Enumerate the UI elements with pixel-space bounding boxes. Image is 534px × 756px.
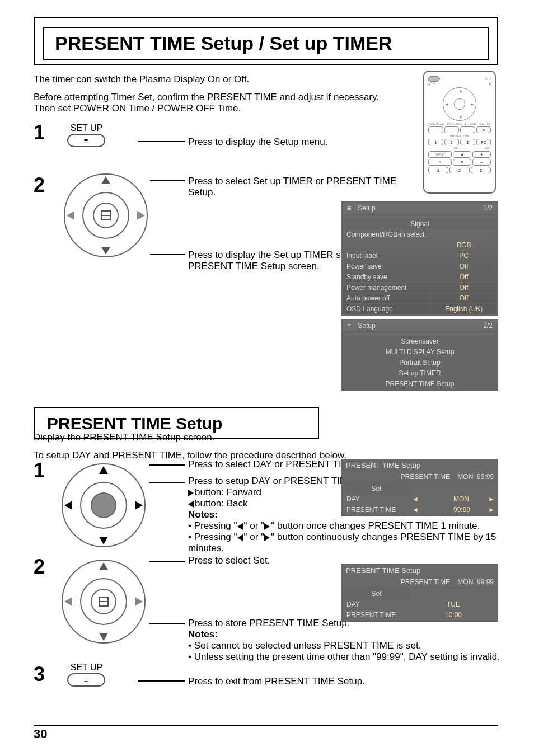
off-label: OFF bbox=[485, 77, 491, 81]
nav-pad-center-icon bbox=[91, 589, 116, 614]
remote-input3: 3 bbox=[460, 139, 475, 145]
remote-setup-btn: ≡ bbox=[476, 126, 491, 133]
remote-num3: 3 bbox=[471, 167, 491, 173]
osd-row: Signal bbox=[343, 219, 497, 229]
osd-row: Power save bbox=[343, 261, 431, 272]
osd-page: 2/2 bbox=[483, 322, 493, 330]
intro-2: Before attempting Timer Set, confirm the… bbox=[34, 92, 425, 114]
pts-osd-2: PRESENT TIME Setup PRESENT TIME MON 99:9… bbox=[341, 564, 498, 622]
page-title-box: PRESENT TIME Setup / Set up TIMER bbox=[43, 27, 489, 60]
osd-val: Off bbox=[431, 283, 497, 293]
page-number: 30 bbox=[34, 727, 47, 741]
pts-row-value: TUE bbox=[410, 599, 497, 610]
page-title: PRESENT TIME Setup / Set up TIMER bbox=[55, 32, 477, 54]
on-button: ON bbox=[428, 76, 440, 82]
remote-dpad: ▲ ▼ ◄ ► bbox=[443, 87, 476, 121]
remote-input1: 1 bbox=[428, 139, 443, 145]
osd-val: Off bbox=[431, 261, 497, 272]
pts-row-value: 10:00 bbox=[410, 610, 497, 621]
osd-title: Setup bbox=[358, 204, 375, 212]
right-triangle-icon bbox=[188, 490, 194, 496]
sub-step-2-number: 2 bbox=[34, 555, 59, 579]
left-triangle-icon bbox=[188, 501, 194, 508]
setup-button-icon: ≡ bbox=[67, 673, 105, 687]
footer-rule bbox=[34, 725, 498, 726]
step-1-number: 1 bbox=[34, 121, 59, 144]
osd-row: Standby save bbox=[343, 272, 431, 283]
sub2-n2: • Unless setting the present time other … bbox=[188, 651, 502, 663]
remote-pc: PC bbox=[476, 139, 491, 145]
osd-val: PC bbox=[431, 251, 497, 261]
pos-size-label: POS./SIZE bbox=[428, 122, 444, 125]
remote-illustration: ONOFF NR ▲ ▼ ◄ ► POS./SIZEPICTURESOUNDSE… bbox=[423, 71, 496, 194]
remote-dpad-center bbox=[454, 98, 465, 110]
remote-vol-dn: − bbox=[472, 159, 491, 166]
osd-row: Screensaver bbox=[343, 336, 497, 347]
setup-button-label: SET UP bbox=[67, 663, 105, 673]
remote-num2: 2 bbox=[449, 167, 470, 173]
picture-label: PICTURE bbox=[447, 122, 461, 125]
nav-pad-solid bbox=[62, 463, 146, 547]
osd-row: Auto power off bbox=[343, 293, 431, 304]
remote-pic-btn bbox=[444, 126, 460, 133]
osd-val: Off bbox=[431, 272, 497, 283]
nav-pad-2 bbox=[62, 560, 146, 644]
pts-row-label: PRESENT TIME bbox=[343, 505, 410, 515]
nav-pad bbox=[64, 173, 148, 257]
intro-1: The timer can switch the Plasma Display … bbox=[34, 74, 425, 85]
remote-s-btn: S bbox=[428, 159, 452, 166]
pts-row-label: DAY bbox=[343, 494, 410, 505]
vol-label: VOL bbox=[485, 147, 491, 150]
step-2-text-1: Press to select Set up TIMER or PRESENT … bbox=[188, 176, 423, 198]
pts-title: PRESENT TIME Setup bbox=[343, 565, 497, 577]
sub-intro-1: Display the PRESENT TIME Setup screen. bbox=[34, 432, 425, 443]
notes-heading: Notes: bbox=[188, 509, 218, 520]
osd-page: 1/2 bbox=[483, 204, 493, 212]
remote-ch-up: ∧ bbox=[453, 151, 471, 158]
pts-title: PRESENT TIME Setup bbox=[343, 460, 497, 472]
nav-pad-center bbox=[91, 492, 116, 518]
pts-set-label: Set bbox=[343, 589, 410, 599]
osd-row: Input label bbox=[343, 251, 431, 261]
n-label: N bbox=[428, 83, 430, 86]
osd-row: MULTI DISPLAY Setup bbox=[343, 347, 497, 358]
osd-row: PRESENT TIME Setup bbox=[343, 379, 497, 389]
sub1-n2: • Pressing "" or "" button continuously … bbox=[188, 532, 502, 554]
pts-row-value: ◄MON► bbox=[410, 494, 497, 505]
osd-row: Portrait Setup bbox=[343, 358, 497, 368]
osd-val: Off bbox=[431, 293, 497, 304]
sub-step-1-number: 1 bbox=[34, 459, 59, 482]
osd-val: English (UK) bbox=[431, 304, 497, 314]
pts-row-label: PRESENT TIME bbox=[343, 610, 410, 621]
setup-button-label: SET UP bbox=[67, 123, 105, 133]
remote-num1: 1 bbox=[428, 167, 448, 173]
osd-row: Component/RGB-in select bbox=[343, 229, 497, 240]
sound-label: SOUND bbox=[465, 122, 477, 125]
input-group-label: INPUT bbox=[455, 134, 465, 138]
pts-row-value: ◄99:99► bbox=[410, 505, 497, 515]
remote-vol-up: + bbox=[472, 151, 491, 158]
sub-step-3-number: 3 bbox=[34, 663, 59, 686]
step-1-text: Press to display the Setup menu. bbox=[188, 137, 412, 148]
osd-setup-2: ≡ Setup2/2 Screensaver MULTI DISPLAY Set… bbox=[341, 319, 498, 391]
sub2-n1: • Set cannot be selected unless PRESENT … bbox=[188, 640, 502, 651]
pts-sub: PRESENT TIME MON 99:99 bbox=[401, 473, 494, 481]
setup-label: SET UP bbox=[479, 122, 491, 125]
osd-row: OSD Language bbox=[343, 304, 431, 314]
osd-setup-1: ≡ Setup1/2 Signal Component/RGB-in selec… bbox=[341, 201, 498, 316]
remote-pos-btn bbox=[428, 126, 443, 133]
pts-set-label: Set bbox=[343, 483, 410, 494]
r-label: R bbox=[489, 83, 491, 86]
step-2-number: 2 bbox=[34, 173, 59, 197]
setup-button-icon: ≡ bbox=[67, 134, 105, 147]
osd-val: RGB bbox=[431, 240, 497, 251]
pts-sub: PRESENT TIME MON 99:99 bbox=[401, 578, 494, 586]
osd-title: Setup bbox=[358, 322, 375, 330]
osd-row: Power management bbox=[343, 283, 431, 293]
remote-snd-btn bbox=[460, 126, 475, 133]
remote-input2: 2 bbox=[444, 139, 460, 145]
notes-heading: Notes: bbox=[188, 629, 218, 640]
pts-osd-1: PRESENT TIME Setup PRESENT TIME MON 99:9… bbox=[341, 459, 498, 516]
sub3-text: Press to exit from PRESENT TIME Setup. bbox=[188, 676, 423, 687]
remote-input-btn: INPUT bbox=[428, 151, 452, 158]
